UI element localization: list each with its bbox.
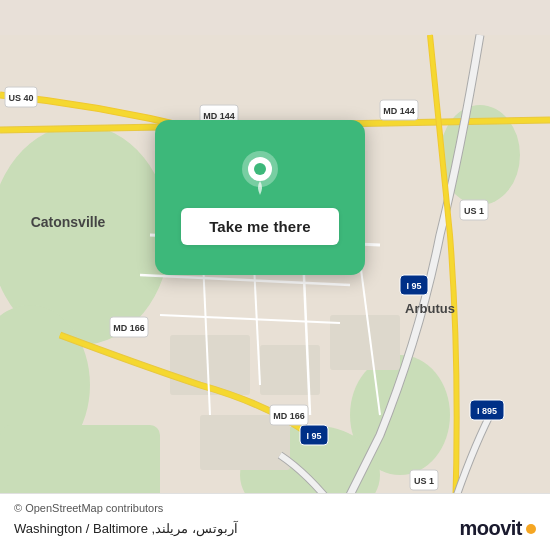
map-container: US 40 MD 144 MD 144 US 1 I 95 I 95 I 895… xyxy=(0,0,550,550)
svg-text:Catonsville: Catonsville xyxy=(31,214,106,230)
svg-text:MD 144: MD 144 xyxy=(383,106,415,116)
location-pin-icon xyxy=(236,150,284,198)
map-background: US 40 MD 144 MD 144 US 1 I 95 I 95 I 895… xyxy=(0,0,550,550)
svg-text:US 1: US 1 xyxy=(464,206,484,216)
moovit-logo: moovit xyxy=(459,517,536,540)
location-info: آربوتس، مريلند, Washington / Baltimore m… xyxy=(14,517,536,540)
location-city: Washington / Baltimore xyxy=(14,521,148,536)
location-arabic: آربوتس، مريلند xyxy=(155,521,238,536)
bottom-bar: © OpenStreetMap contributors آربوتس، مري… xyxy=(0,493,550,550)
svg-text:I 95: I 95 xyxy=(406,281,421,291)
osm-attribution: © OpenStreetMap contributors xyxy=(14,502,536,514)
moovit-dot-icon xyxy=(526,524,536,534)
location-label: آربوتس، مريلند, Washington / Baltimore xyxy=(14,521,238,536)
svg-text:MD 166: MD 166 xyxy=(113,323,145,333)
svg-text:Arbutus: Arbutus xyxy=(405,301,455,316)
svg-text:US 1: US 1 xyxy=(414,476,434,486)
svg-text:I 895: I 895 xyxy=(477,406,497,416)
svg-point-44 xyxy=(254,163,266,175)
popup-card: Take me there xyxy=(155,120,365,275)
svg-text:MD 166: MD 166 xyxy=(273,411,305,421)
take-me-there-button[interactable]: Take me there xyxy=(181,208,339,245)
svg-rect-8 xyxy=(260,345,320,395)
svg-text:I 95: I 95 xyxy=(306,431,321,441)
svg-text:US 40: US 40 xyxy=(8,93,33,103)
svg-rect-9 xyxy=(330,315,400,370)
moovit-brand-text: moovit xyxy=(459,517,522,540)
